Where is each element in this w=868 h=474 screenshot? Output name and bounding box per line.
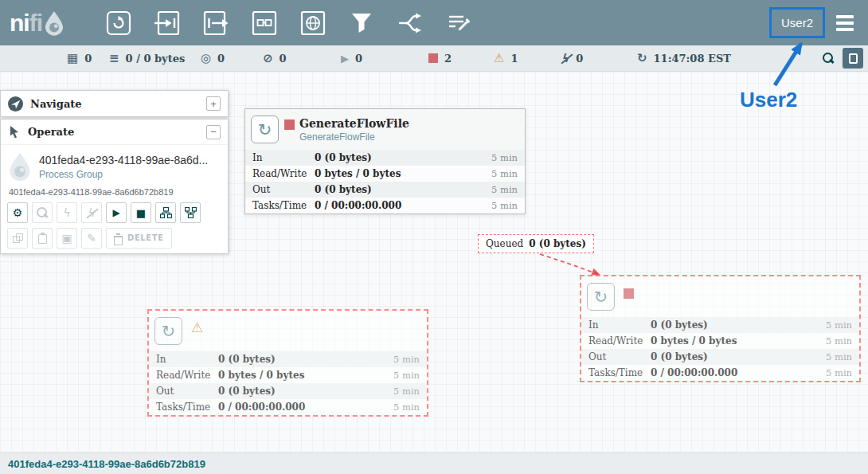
start-button[interactable]: ▶	[106, 202, 127, 223]
transmitting-stat: ◎ 0	[201, 45, 225, 71]
stat-label: Out	[156, 386, 218, 397]
settings-button[interactable]: ⚙	[7, 202, 28, 223]
gear-icon: ⚙	[13, 207, 23, 218]
navigate-panel-title: Navigate	[30, 98, 199, 110]
ghost-processor-invalid[interactable]: ↻ ⚠ In 0 (0 bytes) 5 min Read/Write 0 by…	[147, 309, 428, 417]
upload-template-icon	[160, 207, 172, 218]
panel-toggle-button[interactable]	[843, 48, 863, 69]
remote-process-group-tool[interactable]	[299, 10, 326, 37]
trash-icon	[114, 233, 123, 244]
queued-list-icon: ≡	[109, 53, 119, 65]
funnel-tool[interactable]	[348, 10, 375, 37]
stat-window: 5 min	[491, 200, 518, 211]
stat-label: Read/Write	[156, 370, 218, 381]
operate-collapse-button[interactable]: −	[206, 125, 221, 139]
processor-status: ⚠	[191, 319, 203, 335]
last-refresh-time: 11:47:08 EST	[654, 53, 731, 65]
queued-stat: ≡ 0 / 0 bytes	[109, 45, 185, 71]
warning-icon: ⚠	[494, 51, 504, 65]
transmitting-icon: ◎	[201, 53, 211, 65]
stat-row: In 0 (0 bytes) 5 min	[149, 351, 427, 367]
stat-label: Out	[588, 351, 651, 362]
paste-icon	[38, 233, 47, 244]
funnel-icon	[348, 10, 375, 37]
ghost-processor-stopped[interactable]: ↻ In 0 (0 bytes) 5 min Read/Write 0 byte…	[580, 275, 861, 382]
app-header: nifi	[0, 0, 868, 45]
stop-button[interactable]: ■	[131, 202, 151, 223]
template-tool[interactable]	[397, 10, 424, 37]
operate-panel: Operate − 401feda4-e293-4118-99ae-8a6d..…	[0, 119, 229, 254]
operate-panel-header: Operate −	[1, 119, 228, 145]
stat-value: 0 (0 bytes)	[651, 319, 826, 331]
stat-window: 5 min	[826, 367, 852, 378]
stat-row: Tasks/Time 0 / 00:00:00.000 5 min	[245, 198, 525, 213]
transmitting-count: 0	[217, 53, 225, 65]
stat-window: 5 min	[393, 354, 420, 365]
label-tool[interactable]	[445, 10, 472, 37]
navigate-expand-button[interactable]: +	[206, 96, 221, 111]
global-menu-button[interactable]	[833, 12, 857, 34]
create-template-button[interactable]	[180, 202, 201, 223]
stat-row: Read/Write 0 bytes / 0 bytes 5 min	[149, 367, 427, 383]
processor-icon: ↻	[154, 317, 182, 345]
stat-value: 0 (0 bytes)	[218, 354, 393, 365]
processor-tool[interactable]	[105, 10, 132, 37]
navigate-icon	[8, 96, 23, 112]
processor-body: ↻ GenerateFlowFile GenerateFlowFile In 0…	[245, 109, 525, 213]
stat-row: Read/Write 0 bytes / 0 bytes 5 min	[245, 166, 525, 182]
stat-row: Out 0 (0 bytes) 5 min	[245, 182, 525, 198]
delete-button[interactable]: DELETE	[106, 228, 172, 249]
stat-label: Read/Write	[588, 335, 651, 347]
header-right: User2	[769, 7, 857, 38]
stat-row: Tasks/Time 0 / 00:00:00.000 5 min	[149, 399, 427, 415]
output-port-icon	[202, 10, 229, 37]
refresh-stat: ↻ 11:47:08 EST	[637, 45, 731, 71]
lightning-icon: ϟ	[63, 207, 70, 218]
stat-label: Tasks/Time	[588, 367, 651, 378]
fill-color-button[interactable]: ✎	[81, 228, 102, 249]
paste-button[interactable]	[32, 228, 53, 249]
selection-id: 401feda4-e293-4118-99ae-8a6d6b72b819	[1, 181, 228, 202]
disabled-stat: ϟ 0	[562, 45, 583, 71]
input-port-tool[interactable]	[154, 10, 181, 37]
threads-grid-icon: ▦	[67, 53, 78, 65]
flow-canvas[interactable]: Navigate + Operate − 401feda4-e293-4118-…	[0, 72, 868, 452]
lightning-slash-icon: ϟ	[88, 207, 95, 218]
stat-row: Tasks/Time 0 / 00:00:00.000 5 min	[581, 365, 859, 381]
stat-window: 5 min	[393, 370, 420, 381]
stat-label: Read/Write	[252, 168, 315, 179]
running-count: 0	[355, 53, 362, 65]
processor-type: GenerateFlowFile	[299, 131, 409, 143]
group-icon: ▣	[61, 233, 72, 244]
processor-header: ↻	[581, 276, 859, 317]
connection-queue-label[interactable]: Queued 0 (0 bytes)	[478, 234, 594, 253]
disable-button[interactable]: ϟ	[81, 202, 102, 223]
copy-button[interactable]	[7, 228, 28, 249]
selection-text: 401feda4-e293-4118-99ae-8a6d... Process …	[39, 154, 208, 180]
stat-value: 0 (0 bytes)	[315, 184, 491, 195]
stat-row: Out 0 (0 bytes) 5 min	[149, 383, 427, 399]
search-icon[interactable]	[823, 53, 834, 64]
process-group-tool[interactable]	[251, 10, 278, 37]
brush-icon: ✎	[87, 233, 96, 244]
copy-icon	[13, 233, 22, 243]
logo-text-fi: fi	[29, 10, 42, 37]
stat-label: In	[156, 354, 218, 365]
not-transmitting-count: 0	[280, 53, 287, 65]
search-button[interactable]	[32, 202, 53, 223]
search-stat	[823, 45, 834, 71]
enable-button[interactable]: ϟ	[57, 202, 77, 223]
label-icon	[445, 10, 472, 37]
processor-generateflowfile[interactable]: ↻ GenerateFlowFile GenerateFlowFile In 0…	[244, 108, 526, 214]
output-port-tool[interactable]	[202, 10, 229, 37]
invalid-stat: ⚠ 1	[494, 45, 518, 71]
selection-type: Process Group	[39, 169, 208, 180]
logo-text-ni: ni	[10, 10, 29, 37]
upload-template-button[interactable]	[155, 202, 176, 223]
group-button[interactable]: ▣	[57, 228, 77, 249]
nifi-drop-icon	[45, 10, 64, 36]
refresh-icon[interactable]: ↻	[637, 53, 647, 65]
annotation-user2-label: User2	[740, 88, 797, 112]
stopped-count: 2	[444, 53, 452, 65]
queued-count: 0 / 0 bytes	[126, 53, 186, 65]
